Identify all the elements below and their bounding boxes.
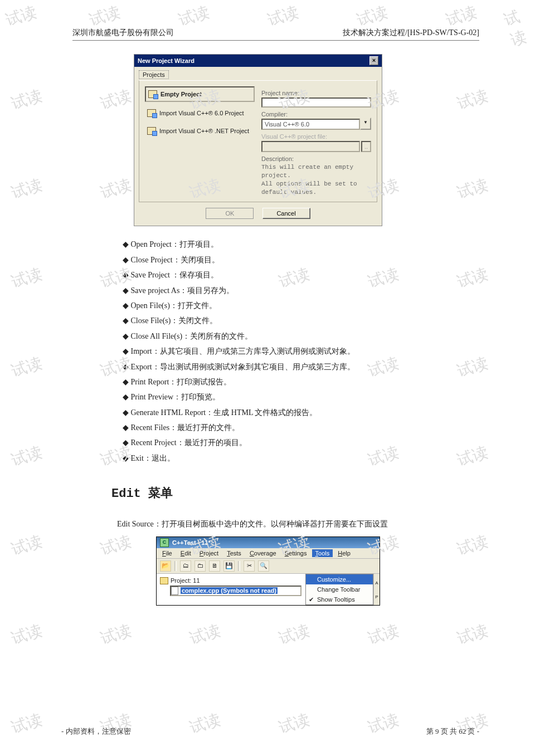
dialog-titlebar: New Project Wizard × [134,55,382,67]
edit-menu-heading: Edit 菜单 [111,485,479,501]
footer-right: 第 9 页 共 62 页 - [426,726,479,737]
project-type-empty[interactable]: Empty Project [145,86,255,102]
menu-tests[interactable]: Tests [223,549,245,557]
edit-source-paragraph: Edit Source：打开项目树面板中选中的文件。以何种编译器打开需要在下面设… [117,518,479,530]
bullet-recent-files: Recent Files：最近打开的文件。 [123,422,479,434]
menu-tools[interactable]: Tools [312,549,333,557]
footer-left: - 内部资料，注意保密 [61,726,131,737]
dialog-panel: Empty Project Import Visual C++® 6.0 Pro… [139,80,377,202]
bullet-import: Import：从其它项目、用户或第三方库导入测试用例或测试对象。 [123,345,479,358]
window-title: C++Test - 11* [172,539,211,546]
toolbar: 📂 🗂 🗀 🗎 💾 ✂ 🔍 [157,559,380,574]
tree-child-label: complex.cpp (Symbols not read) [181,587,278,594]
check-icon: ✔ [309,596,314,603]
bullet-open-project: Open Project：打开项目。 [123,238,479,251]
header-right: 技术解决方案过程/[HS-PD-SW/TS-G-02] [343,28,479,38]
toolbar-button[interactable]: ✂ [244,560,255,572]
cancel-button[interactable]: Cancel [262,208,310,219]
bullet-print-report: Print Report：打印测试报告。 [123,376,479,388]
menu-help[interactable]: Help [334,549,354,557]
vc-file-input [261,141,360,152]
toolbar-button[interactable]: 🗂 [180,560,191,572]
project-name-label: Project name: [261,90,371,96]
window-client: Project: 11 complex.cpp (Symbols not rea… [157,574,380,605]
project-type-label: Empty Project [160,91,202,97]
project-icon [147,127,156,135]
bullet-export: Export：导出测试用例或测试对象到其它项目、用户或第三方库。 [123,361,479,373]
project-icon [147,109,156,117]
bullet-save-project: Save Project ：保存项目。 [123,269,479,281]
menubar: File Edit Project Tests Coverage Setting… [157,548,380,559]
bullet-open-files: Open File(s)：打开文件。 [123,300,479,312]
menu-project[interactable]: Project [196,549,222,557]
menu-settings[interactable]: Settings [281,549,310,557]
header-left: 深圳市航盛电子股份有限公司 [72,28,174,38]
file-menu-bullets: Open Project：打开项目。 Close Project：关闭项目。 S… [123,238,479,465]
project-types-list: Empty Project Import Visual C++® 6.0 Pro… [145,86,255,196]
chevron-down-icon[interactable]: ▼ [360,118,371,130]
menu-item-customize[interactable]: Customize... [306,574,373,584]
bullet-save-project-as: Save project As：项目另存为。 [123,285,479,297]
bullet-close-files: Close File(s)：关闭文件。 [123,315,479,327]
vc-file-label: Visual C++® project file: [261,133,371,140]
compiler-select[interactable]: Visual C++® 6.0 ▼ [261,118,371,130]
menu-item-change-toolbar[interactable]: Change Toolbar [306,584,373,594]
file-icon [171,587,178,595]
project-type-label: Import Visual C++® .NET Project [159,128,249,134]
page: 试读 试读 试读 试读 试读 试读 试读 试读 试读 试读 试读 试读 试读 试… [0,0,535,756]
menu-coverage[interactable]: Coverage [246,549,280,557]
tree-root-label: Project: 11 [171,577,200,584]
right-dock: AP [373,574,380,605]
project-type-label: Import Visual C++® 6.0 Project [159,110,244,116]
tree-child[interactable]: complex.cpp (Symbols not read) [170,586,301,596]
tree-root[interactable]: Project: 11 [160,577,301,584]
toolbar-button[interactable]: 🗀 [194,560,206,572]
toolbar-button[interactable]: 🔍 [258,560,269,572]
project-type-vcnet[interactable]: Import Visual C++® .NET Project [145,124,255,138]
new-project-wizard: New Project Wizard × Projects Empty Proj… [134,54,382,226]
app-icon: C [160,538,169,547]
window-titlebar: C C++Test - 11* [157,537,380,548]
folder-icon [160,577,168,584]
bullet-close-all-files: Close All File(s)：关闭所有的文件。 [123,330,479,343]
bullet-print-preview: Print Preview：打印预览。 [123,391,479,403]
project-type-vc6[interactable]: Import Visual C++® 6.0 Project [145,106,255,120]
compiler-value: Visual C++® 6.0 [261,119,360,130]
project-name-input[interactable] [261,97,371,108]
bullet-exit: Exit：退出。 [123,452,479,465]
ok-button: OK [206,208,254,219]
project-tree[interactable]: Project: 11 complex.cpp (Symbols not rea… [157,574,305,605]
description-label: Description: [261,155,371,162]
page-header: 深圳市航盛电子股份有限公司 技术解决方案过程/[HS-PD-SW/TS-G-02… [72,28,479,38]
menu-edit[interactable]: Edit [177,549,194,557]
tools-dropdown: Customize... Change Toolbar ✔Show Toolti… [305,574,373,605]
tab-projects[interactable]: Projects [139,70,169,79]
open-icon[interactable]: 📂 [160,560,171,572]
separator-icon [174,561,177,571]
menu-file[interactable]: File [159,549,176,557]
description-text: This will create an empty project. All o… [261,163,371,196]
compiler-label: Compiler: [261,111,371,118]
bullet-close-project: Close Project：关闭项目。 [123,254,479,266]
bullet-generate-html-report: Generate HTML Report：生成 HTML 文件格式的报告。 [123,407,479,419]
project-icon [148,90,157,98]
dialog-title: New Project Wizard [138,57,194,64]
header-rule [72,40,479,41]
close-icon[interactable]: × [369,56,378,65]
dialog-body: Projects Empty Project Import Visual C++… [134,67,382,226]
dialog-buttons: OK Cancel [139,202,377,220]
separator-icon [238,561,240,571]
menu-item-show-tooltips[interactable]: ✔Show Tooltips [306,594,373,604]
browse-button: .. [361,141,371,152]
toolbar-button[interactable]: 🗎 [209,560,220,572]
cpptest-window: C C++Test - 11* File Edit Project Tests … [156,536,380,606]
bullet-recent-project: Recent Project：最近打开的项目。 [123,437,479,449]
project-form: Project name: Compiler: Visual C++® 6.0 … [261,86,371,196]
save-icon[interactable]: 💾 [223,560,235,572]
page-footer: - 内部资料，注意保密 第 9 页 共 62 页 - [61,726,479,737]
